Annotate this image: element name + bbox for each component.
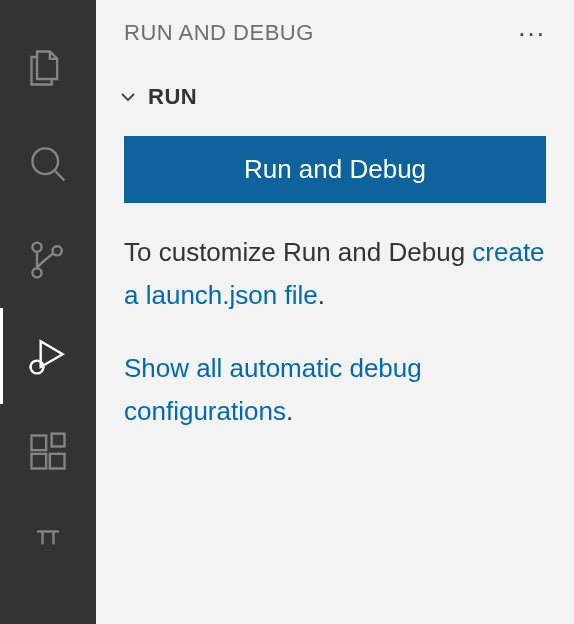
files-icon: [26, 46, 70, 90]
extensions-icon: [26, 430, 70, 474]
svg-line-1: [55, 171, 64, 180]
activity-bar: [0, 0, 96, 624]
svg-point-4: [53, 246, 62, 255]
search-icon: [26, 142, 70, 186]
activity-explorer[interactable]: [0, 20, 96, 116]
chevron-down-icon: [116, 85, 140, 109]
activity-source-control[interactable]: [0, 212, 96, 308]
svg-point-0: [32, 148, 58, 174]
svg-line-8: [32, 362, 33, 363]
run-section-body: Run and Debug To customize Run and Debug…: [96, 128, 574, 433]
run-section-header[interactable]: RUN: [96, 66, 574, 128]
svg-line-10: [32, 371, 33, 372]
show-all-suffix: .: [286, 396, 293, 426]
show-all-configs-link[interactable]: Show all automatic debug configurations: [124, 353, 422, 426]
run-debug-sidebar: RUN AND DEBUG ··· RUN Run and Debug To c…: [96, 0, 574, 624]
svg-rect-15: [52, 434, 65, 447]
source-control-icon: [26, 238, 70, 282]
svg-rect-12: [32, 436, 47, 451]
sidebar-header: RUN AND DEBUG ···: [96, 0, 574, 66]
customize-description: To customize Run and Debug create a laun…: [124, 231, 546, 317]
svg-point-2: [32, 243, 41, 252]
svg-rect-13: [32, 454, 47, 469]
description-prefix: To customize Run and Debug: [124, 237, 472, 267]
more-actions-button[interactable]: ···: [514, 16, 550, 50]
activity-search[interactable]: [0, 116, 96, 212]
show-all-configs: Show all automatic debug configurations.: [124, 347, 546, 433]
run-and-debug-button[interactable]: Run and Debug: [124, 136, 546, 203]
svg-rect-14: [50, 454, 65, 469]
activity-testing[interactable]: [0, 500, 96, 596]
run-debug-icon: [26, 334, 70, 378]
activity-run-debug[interactable]: [0, 308, 96, 404]
description-suffix: .: [318, 280, 325, 310]
svg-point-3: [32, 268, 41, 277]
section-title: RUN: [148, 84, 197, 110]
beaker-icon: [26, 526, 70, 570]
activity-extensions[interactable]: [0, 404, 96, 500]
sidebar-title: RUN AND DEBUG: [124, 20, 314, 46]
svg-line-11: [41, 362, 42, 363]
svg-line-9: [41, 371, 42, 372]
